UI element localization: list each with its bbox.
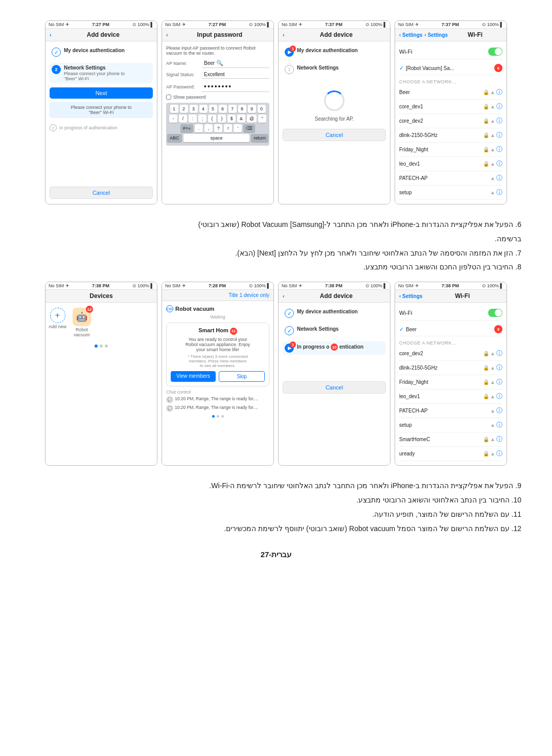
phone6-view-members-btn[interactable]: View members xyxy=(171,371,216,382)
key-space[interactable]: space xyxy=(183,134,250,142)
phone4-choose-label: CHOOSE A NETWORK... xyxy=(399,77,502,85)
key-return[interactable]: return xyxy=(251,134,268,142)
phone3-cancel-btn[interactable]: Cancel xyxy=(283,129,386,141)
phone8-choose-label: CHOOSE A NETWORK... xyxy=(399,338,502,347)
phone4-wifi-toggle[interactable] xyxy=(488,48,502,56)
phone6-status-bar: No SIM ✈ 7:28 PM ⊙ 100% ▌ xyxy=(162,282,273,290)
info-icon[interactable]: ⓘ xyxy=(496,88,502,97)
phone4-wifi-patech[interactable]: PATECH-AP ▲ ⓘ xyxy=(399,171,502,186)
info-icon-b9[interactable]: ⓘ xyxy=(496,449,502,458)
info-icon-b8[interactable]: ⓘ xyxy=(496,435,502,444)
info-icon5[interactable]: ⓘ xyxy=(496,145,502,154)
phone8-wifi-smarthome-icons: 🔒 ▲ ⓘ xyxy=(483,435,502,444)
key-ampersand[interactable]: & xyxy=(237,114,245,123)
phone8-wifi-setup[interactable]: setup ▲ ⓘ xyxy=(399,418,502,432)
phone8-wifi-core2[interactable]: core_dev2 🔒 ▲ ⓘ xyxy=(399,347,502,361)
phone5-add-btn[interactable]: + xyxy=(50,308,65,323)
phone5-robot-vacuum[interactable]: 🤖 12 Robotvacuum xyxy=(73,308,91,337)
phone4-settings-back[interactable]: ‹ Settings xyxy=(425,32,448,38)
info-icon3[interactable]: ⓘ xyxy=(496,117,502,125)
key-minus[interactable]: - xyxy=(169,114,177,123)
info-icon7[interactable]: ⓘ xyxy=(496,174,502,182)
phone8-wifi-patech-name: PATECH-AP xyxy=(399,408,490,414)
info-icon-b6[interactable]: ⓘ xyxy=(496,406,502,415)
key-3[interactable]: 3 xyxy=(190,105,198,113)
key-comma[interactable]: , xyxy=(204,124,213,132)
key-7[interactable]: 7 xyxy=(228,105,237,113)
key-question[interactable]: ? xyxy=(214,124,222,132)
phone7-back-btn[interactable]: ‹ xyxy=(283,293,285,299)
phone4-wifi-friday-icons: 🔒 ▲ ⓘ xyxy=(483,145,502,154)
key-apostrophe[interactable]: ' xyxy=(234,124,242,132)
key-6[interactable]: 6 xyxy=(219,105,227,113)
phone8-wifi-friday[interactable]: Friday_Night 🔒 ▲ ⓘ xyxy=(399,375,502,390)
phone8-back[interactable]: ‹ Settings xyxy=(399,293,423,299)
key-exclaim[interactable]: ! xyxy=(224,124,232,132)
info-icon2[interactable]: ⓘ xyxy=(496,102,502,111)
phone7-cancel-btn[interactable]: Cancel xyxy=(283,381,386,394)
info-icon-b2[interactable]: ⓘ xyxy=(496,349,502,358)
phone8-connected-wifi[interactable]: ✓ Beer 9 xyxy=(399,323,502,336)
phone4-wifi-Beer[interactable]: Beer 🔒 ▲ ⓘ xyxy=(399,85,502,100)
key-0[interactable]: 0 xyxy=(258,105,266,113)
key-at[interactable]: @ xyxy=(247,114,257,123)
key-8[interactable]: 8 xyxy=(238,105,246,113)
phone2-show-pwd-checkbox[interactable] xyxy=(166,95,171,100)
key-dollar[interactable]: $ xyxy=(227,114,236,123)
phone4-wifi-dlink[interactable]: dlink-2150-5GHz 🔒 ▲ ⓘ xyxy=(399,128,502,143)
key-abc[interactable]: ABC xyxy=(167,134,182,142)
key-colon[interactable]: : xyxy=(189,114,197,123)
phone5-add-new[interactable]: + Add new xyxy=(49,308,66,337)
phone2-back-btn[interactable]: ‹ xyxy=(166,32,168,38)
phone1-cancel-btn[interactable]: Cancel xyxy=(50,187,153,199)
phone4-connected-wifi[interactable]: ✓ [Robot Vacuum] Sa... 6 xyxy=(399,61,502,75)
phone2-pwd-value[interactable]: •••••••• xyxy=(202,81,269,92)
key-open-paren[interactable]: ( xyxy=(208,114,216,123)
phone3-step1-label: My device authentication xyxy=(297,48,358,53)
info-icon4[interactable]: ⓘ xyxy=(496,131,502,140)
phone8-wifi-dlink[interactable]: dlink-2150-5GHz 🔒 ▲ ⓘ xyxy=(399,361,502,375)
phone1-in-progress: 2 In progress of authentication xyxy=(50,122,153,133)
info-icon-b5[interactable]: ⓘ xyxy=(496,392,502,401)
key-semicolon[interactable]: ; xyxy=(198,114,206,123)
info-icon-b3[interactable]: ⓘ xyxy=(496,363,502,372)
phone4-wifi-leo[interactable]: leo_dev1 🔒 ▲ ⓘ xyxy=(399,157,502,171)
phone4-wifi-friday[interactable]: Friday_Night 🔒 ▲ ⓘ xyxy=(399,143,502,157)
text-line11: 11. עם השלמת הרישום של המוצר, תופיע הודע… xyxy=(31,509,521,521)
phone8-wifi-uready[interactable]: uready 🔒 ▲ ⓘ xyxy=(399,447,502,461)
info-icon-b7[interactable]: ⓘ xyxy=(496,421,502,429)
phone7-status-right: ⊙ 100% ▌ xyxy=(365,283,387,288)
key-1[interactable]: 1 xyxy=(170,105,178,113)
phone8-wifi-patech[interactable]: PATECH-AP ▲ ⓘ xyxy=(399,404,502,418)
phone7-step3: ▶ 3 In progress o 10 entication xyxy=(283,341,386,355)
phone1-back-btn[interactable]: ‹ xyxy=(50,32,52,38)
phone3-searching: Searching for AP. xyxy=(283,80,386,127)
phone1-next-btn[interactable]: Next xyxy=(50,87,153,99)
key-slash[interactable]: / xyxy=(179,114,187,123)
key-hash[interactable]: #+= xyxy=(180,124,194,132)
info-icon6[interactable]: ⓘ xyxy=(496,159,502,168)
key-period[interactable]: . xyxy=(195,124,203,132)
wifi-signal-b6: ▲ xyxy=(490,408,495,414)
phone4-wifi-core2[interactable]: core_dev2 🔒 ▲ ⓘ xyxy=(399,114,502,128)
key-5[interactable]: 5 xyxy=(209,105,217,113)
key-9[interactable]: 9 xyxy=(248,105,256,113)
info-icon8[interactable]: ⓘ xyxy=(496,188,502,197)
phone8-wifi-toggle[interactable] xyxy=(488,309,502,317)
phone8-wifi-leo[interactable]: leo_dev1 🔒 ▲ ⓘ xyxy=(399,390,502,404)
key-backspace[interactable]: ⌫ xyxy=(243,124,255,132)
phone4-back-btn[interactable]: ‹ Settings xyxy=(399,32,423,38)
phone2-keyboard[interactable]: 1 2 3 4 5 6 7 8 9 0 - / : ; ( ) xyxy=(166,103,269,146)
phone2-show-pwd[interactable]: Show password xyxy=(166,95,269,100)
phone6-skip-btn[interactable]: Skip xyxy=(219,371,265,382)
phone3-back-btn[interactable]: ‹ xyxy=(283,32,285,38)
phone4-wifi-setup[interactable]: setup ▲ ⓘ xyxy=(399,186,502,200)
key-close-paren[interactable]: ) xyxy=(218,114,226,123)
info-icon-b4[interactable]: ⓘ xyxy=(496,378,502,386)
key-4[interactable]: 4 xyxy=(199,105,208,113)
dot2 xyxy=(100,345,103,348)
key-2[interactable]: 2 xyxy=(180,105,188,113)
phone4-wifi-core1[interactable]: core_dev1 🔒 ▲ ⓘ xyxy=(399,100,502,114)
phone8-wifi-smarthome[interactable]: SmartHomeC 🔒 ▲ ⓘ xyxy=(399,432,502,447)
key-quote[interactable]: " xyxy=(258,114,266,123)
